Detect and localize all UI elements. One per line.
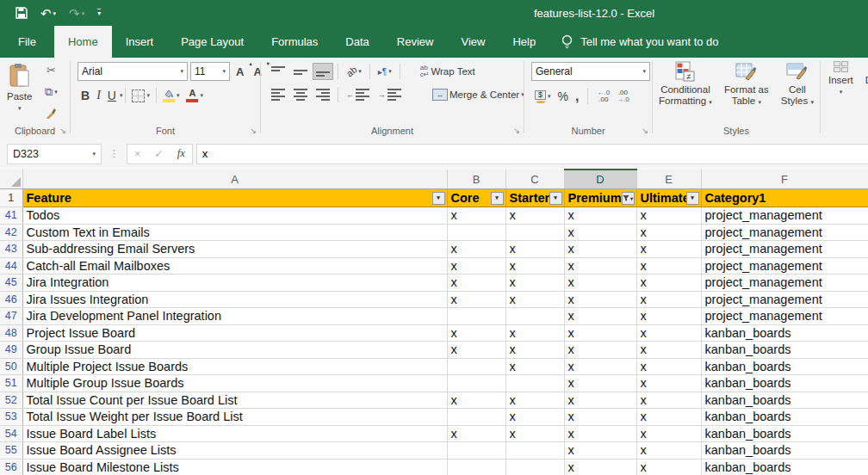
- insert-cells-button[interactable]: Insert ▾: [828, 58, 853, 123]
- font-color-button[interactable]: A ▾: [183, 86, 207, 105]
- cut-button[interactable]: ✂: [41, 61, 61, 79]
- cell-starter[interactable]: x: [505, 342, 564, 359]
- cell-feature[interactable]: Jira Issues Integration: [22, 291, 447, 308]
- top-align-button[interactable]: [268, 63, 288, 80]
- column-header-f[interactable]: F: [701, 170, 868, 189]
- enter-button[interactable]: ✓: [154, 147, 163, 160]
- bold-button[interactable]: B: [78, 86, 93, 105]
- cell-premium[interactable]: x: [564, 425, 636, 442]
- cell-feature[interactable]: Group Issue Board: [22, 342, 447, 359]
- tab-home[interactable]: Home: [54, 26, 112, 58]
- cell-feature[interactable]: Project Issue Board: [22, 324, 447, 342]
- cell-premium[interactable]: x: [564, 241, 636, 258]
- cell-feature[interactable]: Sub-addressing Email Servers: [22, 241, 447, 258]
- middle-align-button[interactable]: [290, 63, 311, 80]
- tab-insert[interactable]: Insert: [112, 26, 168, 58]
- filter-button-premium-active[interactable]: ▾: [622, 192, 635, 205]
- row-number[interactable]: 54: [0, 425, 22, 442]
- column-header-e[interactable]: E: [636, 170, 701, 189]
- cell-starter[interactable]: x: [505, 324, 564, 342]
- cell-premium[interactable]: x: [564, 409, 636, 426]
- header-cell-category[interactable]: Category1: [701, 189, 868, 207]
- merge-center-button[interactable]: ↔ Merge & Center ▾: [429, 86, 528, 103]
- cell-core[interactable]: x: [447, 241, 505, 258]
- filter-button-feature[interactable]: ▾: [432, 192, 445, 205]
- cell-core[interactable]: x: [447, 257, 505, 275]
- cell-feature[interactable]: Multiple Project Issue Boards: [22, 358, 447, 375]
- cell-ultimate[interactable]: x: [636, 224, 701, 241]
- cell-premium[interactable]: x: [564, 275, 636, 292]
- cell-starter[interactable]: x: [505, 392, 564, 409]
- cell-core[interactable]: [447, 409, 505, 426]
- header-cell-premium[interactable]: Premium ▾: [564, 189, 636, 207]
- cell-ultimate[interactable]: x: [636, 241, 701, 258]
- row-number[interactable]: 47: [0, 308, 22, 325]
- cell-category[interactable]: kanban_boards: [701, 442, 868, 460]
- select-all-button[interactable]: [0, 170, 22, 189]
- cell-category[interactable]: project_management: [701, 275, 868, 292]
- tab-data[interactable]: Data: [332, 26, 382, 58]
- cell-feature[interactable]: Todos: [22, 207, 447, 225]
- italic-button[interactable]: I: [93, 86, 104, 105]
- row-number[interactable]: 1: [0, 189, 22, 207]
- row-number[interactable]: 45: [0, 275, 22, 292]
- cell-premium[interactable]: x: [564, 442, 636, 460]
- copy-button[interactable]: ⧉▾: [41, 83, 61, 102]
- tab-help[interactable]: Help: [499, 26, 549, 58]
- copy-dropdown-icon[interactable]: ▾: [54, 89, 58, 96]
- cell-core[interactable]: [447, 358, 505, 375]
- cell-core[interactable]: x: [447, 324, 505, 342]
- cell-core[interactable]: x: [447, 291, 505, 308]
- row-number[interactable]: 55: [0, 442, 22, 460]
- cell-ultimate[interactable]: x: [636, 358, 701, 375]
- header-cell-core[interactable]: Core ▾: [447, 189, 505, 207]
- number-dialog-launcher[interactable]: ↘: [642, 126, 648, 135]
- cell-premium[interactable]: x: [564, 257, 636, 275]
- filter-button-ultimate[interactable]: ▾: [686, 192, 699, 205]
- decrease-indent-button[interactable]: ←: [343, 86, 373, 103]
- cell-category[interactable]: kanban_boards: [701, 459, 868, 475]
- wrap-text-button[interactable]: ab c↵ Wrap Text: [417, 62, 479, 81]
- cell-starter[interactable]: [505, 442, 564, 460]
- cell-feature[interactable]: Jira Development Panel Integration: [22, 308, 447, 325]
- increase-decimal-button[interactable]: ←.0.00: [593, 87, 613, 106]
- cell-starter[interactable]: x: [505, 207, 564, 225]
- cell-category[interactable]: project_management: [701, 257, 868, 275]
- cell-starter[interactable]: [505, 224, 564, 241]
- cell-feature[interactable]: Issue Board Assignee Lists: [22, 442, 447, 460]
- tab-view[interactable]: View: [447, 26, 499, 58]
- row-number[interactable]: 56: [0, 459, 22, 475]
- align-left-button[interactable]: [268, 86, 288, 103]
- cell-premium[interactable]: x: [564, 291, 636, 308]
- cell-ultimate[interactable]: x: [636, 375, 701, 392]
- cell-premium[interactable]: x: [564, 342, 636, 359]
- cell-core[interactable]: [447, 308, 505, 325]
- name-box[interactable]: D323 ▾: [7, 144, 102, 164]
- cell-category[interactable]: kanban_boards: [701, 375, 868, 392]
- align-center-button[interactable]: [290, 86, 311, 103]
- insert-function-button[interactable]: fx: [177, 147, 185, 160]
- cell-category[interactable]: kanban_boards: [701, 392, 868, 409]
- cell-starter[interactable]: x: [505, 257, 564, 275]
- cell-starter[interactable]: x: [505, 275, 564, 292]
- cell-category[interactable]: kanban_boards: [701, 409, 868, 426]
- cell-category[interactable]: project_management: [701, 291, 868, 308]
- row-number[interactable]: 46: [0, 291, 22, 308]
- tab-file[interactable]: File: [0, 26, 54, 58]
- fill-color-button[interactable]: ▾: [159, 87, 183, 105]
- cell-feature[interactable]: Multiple Group Issue Boards: [22, 375, 447, 392]
- cell-feature[interactable]: Issue Board Label Lists: [22, 425, 447, 442]
- cell-starter[interactable]: [505, 308, 564, 325]
- undo-dropdown-icon[interactable]: ▾: [53, 10, 57, 16]
- cell-core[interactable]: x: [447, 275, 505, 292]
- cell-premium[interactable]: x: [564, 392, 636, 409]
- underline-button[interactable]: U: [104, 86, 120, 105]
- increase-font-size-button[interactable]: A ▴: [232, 63, 247, 81]
- cell-category[interactable]: kanban_boards: [701, 425, 868, 442]
- filter-button-starter[interactable]: ▾: [549, 192, 562, 205]
- accounting-dropdown-icon[interactable]: ▾: [548, 93, 551, 100]
- borders-button[interactable]: ▾: [128, 87, 153, 105]
- cell-premium[interactable]: x: [564, 324, 636, 342]
- clipboard-dialog-launcher[interactable]: ↘: [59, 126, 66, 135]
- redo-button[interactable]: ↷ ▾: [69, 7, 84, 20]
